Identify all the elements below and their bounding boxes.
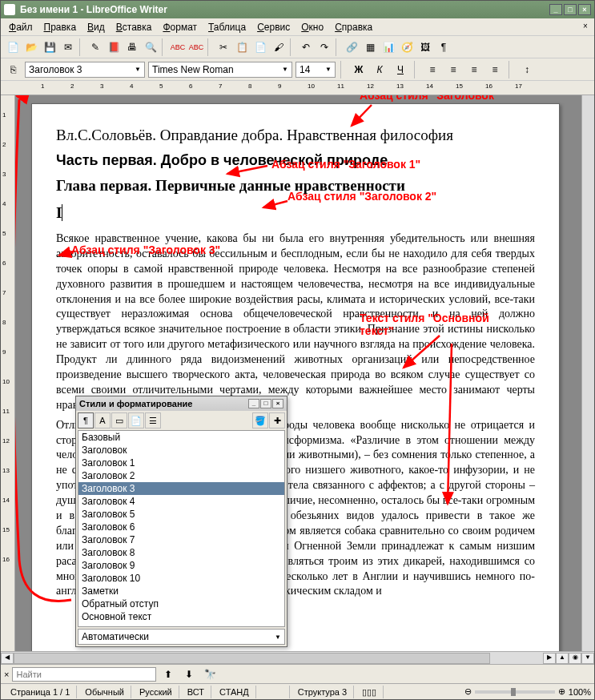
line-spacing-button[interactable]: ↕: [518, 61, 536, 78]
titlebar[interactable]: Без имени 1 - LibreOffice Writer _ □ ×: [1, 1, 594, 18]
vertical-scrollbar[interactable]: [581, 95, 594, 651]
status-outline[interactable]: Структура 3: [291, 686, 354, 698]
horizontal-scrollbar[interactable]: ◀ ▶ ▲ ◉ ▼: [1, 651, 594, 664]
paragraph-heading[interactable]: Вл.С.Соловьёв. Оправдание добра. Нравств…: [56, 127, 535, 144]
vertical-ruler[interactable]: 12345678910111213141516: [1, 95, 15, 651]
email-button[interactable]: ✉: [59, 38, 77, 56]
align-center-button[interactable]: ≡: [444, 61, 462, 78]
find-all-icon[interactable]: 🔭: [201, 666, 219, 683]
nav-down-icon[interactable]: ▼: [581, 653, 594, 664]
paste-button[interactable]: 📄: [251, 38, 269, 56]
scroll-right-icon[interactable]: ▶: [543, 653, 556, 664]
style-item[interactable]: Заметки: [78, 585, 284, 597]
nav-up-icon[interactable]: ▲: [556, 653, 569, 664]
spellcheck-button[interactable]: ABC: [169, 38, 187, 56]
style-item[interactable]: Заголовок 4: [78, 495, 284, 508]
style-item[interactable]: Заголовок 8: [78, 546, 284, 559]
nonprint-button[interactable]: ¶: [435, 38, 452, 56]
align-left-button[interactable]: ≡: [424, 61, 441, 78]
list-styles-icon[interactable]: ☰: [145, 412, 161, 428]
close-button[interactable]: ×: [578, 4, 591, 15]
styles-button[interactable]: ⎘: [4, 61, 22, 78]
style-item[interactable]: Базовый: [78, 431, 284, 444]
italic-button[interactable]: К: [371, 61, 388, 78]
findbar-close-icon[interactable]: ×: [4, 670, 9, 679]
format-paint-button[interactable]: 🖌: [270, 38, 287, 56]
style-item[interactable]: Заголовок 5: [78, 508, 284, 521]
styles-panel-close[interactable]: ×: [272, 399, 283, 408]
status-sig[interactable]: [258, 686, 290, 698]
doc-close-button[interactable]: ×: [580, 22, 591, 33]
minimize-button[interactable]: _: [549, 4, 562, 15]
status-ins[interactable]: ВСТ: [181, 686, 211, 698]
styles-list[interactable]: БазовыйЗаголовокЗаголовок 1Заголовок 2За…: [78, 430, 285, 627]
nav-target-icon[interactable]: ◉: [569, 653, 581, 664]
bold-button[interactable]: Ж: [350, 61, 368, 78]
new-style-icon[interactable]: ✚: [269, 412, 285, 428]
horizontal-ruler[interactable]: 1234567891011121314151617: [1, 81, 594, 95]
menu-file[interactable]: Файл: [4, 20, 38, 34]
styles-panel-titlebar[interactable]: Стили и форматирование _ □ ×: [76, 396, 287, 411]
align-justify-button[interactable]: ≡: [486, 61, 504, 78]
new-button[interactable]: 📄: [4, 38, 22, 56]
copy-button[interactable]: 📋: [233, 38, 251, 56]
menu-view[interactable]: Вид: [82, 20, 110, 34]
paragraph-body-1[interactable]: Всякое нравственное учение, какова бы ни…: [56, 231, 535, 413]
menu-edit[interactable]: Правка: [39, 20, 82, 34]
menu-window[interactable]: Окно: [296, 20, 328, 34]
paragraph-styles-icon[interactable]: ¶: [78, 412, 94, 428]
frame-styles-icon[interactable]: ▭: [111, 412, 127, 428]
scroll-left-icon[interactable]: ◀: [1, 653, 14, 664]
style-item[interactable]: Заголовок 6: [78, 521, 284, 533]
save-button[interactable]: 💾: [41, 38, 58, 56]
style-item[interactable]: Заголовок: [78, 444, 284, 457]
paragraph-style-combo[interactable]: Заголовок 3▼: [25, 62, 145, 78]
font-name-combo[interactable]: Times New Roman▼: [148, 62, 292, 78]
zoom-value[interactable]: 100%: [569, 687, 591, 697]
zoom-in-icon[interactable]: ⊕: [558, 686, 565, 697]
cut-button[interactable]: ✂: [215, 38, 232, 56]
autospell-button[interactable]: ABC: [187, 38, 205, 56]
menu-insert[interactable]: Вставка: [111, 20, 157, 34]
maximize-button[interactable]: □: [564, 4, 577, 15]
open-button[interactable]: 📂: [22, 38, 40, 56]
style-item[interactable]: Заголовок 9: [78, 559, 284, 572]
style-item[interactable]: Заголовок 2: [78, 469, 284, 482]
menu-format[interactable]: Формат: [158, 20, 202, 34]
style-item[interactable]: Основной текст: [78, 610, 284, 623]
navigator-button[interactable]: 🧭: [398, 38, 416, 56]
style-item[interactable]: Заголовок 3: [78, 482, 284, 495]
page-styles-icon[interactable]: 📄: [128, 412, 144, 428]
table-button[interactable]: ▦: [361, 38, 379, 56]
paragraph-heading3-cursor[interactable]: I: [56, 204, 535, 222]
zoom-slider[interactable]: [475, 690, 555, 694]
status-mode[interactable]: СТАНД: [213, 686, 256, 698]
zoom-out-icon[interactable]: ⊖: [464, 686, 472, 697]
undo-button[interactable]: ↶: [297, 38, 315, 56]
style-item[interactable]: Заголовок 7: [78, 533, 284, 546]
style-item[interactable]: Обратный отступ: [78, 597, 284, 610]
styles-formatting-panel[interactable]: Стили и форматирование _ □ × ¶ A ▭ 📄 ☰ 🪣…: [75, 396, 287, 647]
font-size-combo[interactable]: 14▼: [295, 62, 336, 78]
hyperlink-button[interactable]: 🔗: [343, 38, 360, 56]
style-item[interactable]: Заголовок 1: [78, 457, 284, 469]
chart-button[interactable]: 📊: [380, 38, 397, 56]
style-item[interactable]: Заголовок 10: [78, 572, 284, 585]
redo-button[interactable]: ↷: [316, 38, 333, 56]
menu-table[interactable]: Таблица: [203, 20, 251, 34]
status-page[interactable]: Страница 1 / 1: [4, 686, 77, 698]
align-right-button[interactable]: ≡: [465, 61, 483, 78]
styles-panel-max[interactable]: □: [260, 399, 271, 408]
preview-button[interactable]: 🔍: [142, 38, 159, 56]
page-area[interactable]: Вл.С.Соловьёв. Оправдание добра. Нравств…: [15, 95, 581, 651]
menu-tools[interactable]: Сервис: [252, 20, 295, 34]
styles-panel-min[interactable]: _: [248, 399, 259, 408]
status-style[interactable]: Обычный: [78, 686, 131, 698]
paragraph-heading1[interactable]: Часть первая. Добро в человеческой приро…: [56, 152, 535, 169]
find-prev-icon[interactable]: ⬆: [159, 666, 177, 683]
print-button[interactable]: 🖶: [123, 38, 141, 56]
menu-help[interactable]: Справка: [330, 20, 377, 34]
styles-filter-combo[interactable]: Автоматически▼: [78, 629, 285, 645]
underline-button[interactable]: Ч: [392, 61, 409, 78]
scroll-track[interactable]: [14, 653, 543, 664]
